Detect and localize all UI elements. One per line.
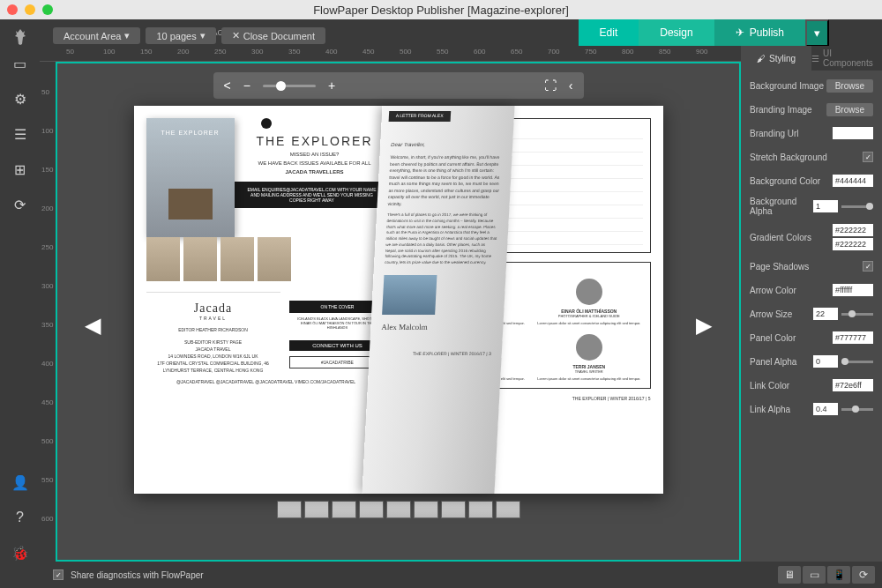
mobile-preview-icon[interactable]: 📱 [827, 566, 850, 584]
issue-thumb [220, 237, 254, 281]
gear-icon[interactable]: ⚙ [11, 90, 29, 108]
titlebar: FlowPaper Desktop Publisher [Magazine-ex… [0, 0, 882, 19]
publish-dropdown[interactable]: ▾ [805, 19, 829, 47]
editor-info: EDITOR HEATHER RICHARDSON [146, 326, 280, 333]
page-turn-overlay: A LETTER FROM ALEX Dear Traveller, Welco… [362, 106, 514, 494]
link-alpha-slider[interactable] [841, 408, 873, 411]
magazine-cover-thumb: THE EXPLORER [146, 118, 235, 237]
page-footer: THE EXPLORER | WINTER 2016/17 | 3 [379, 351, 490, 358]
issue-thumb [146, 237, 180, 281]
page-shadows-label: Page Shadows [750, 262, 809, 272]
close-document-button[interactable]: ✕ Close Document [221, 27, 325, 44]
topbar: CREATIVE LICENSE IMPORTED PAGES Account … [0, 19, 882, 46]
tab-styling[interactable]: 🖌 Styling [741, 46, 811, 71]
bg-color-input[interactable] [833, 175, 873, 187]
stretch-bg-label: Stretch Background [750, 153, 827, 162]
reload-icon[interactable]: ⟳ [11, 196, 29, 213]
share-icon[interactable]: < [224, 78, 231, 93]
grid-icon[interactable]: ⊞ [11, 160, 29, 178]
desktop-preview-icon[interactable]: 🖥 [778, 566, 801, 584]
link-alpha-input[interactable] [813, 403, 838, 415]
account-area-button[interactable]: Account Area ▾ [53, 27, 140, 44]
bg-alpha-input[interactable] [813, 200, 838, 212]
prev-page-icon[interactable]: ‹ [569, 78, 573, 93]
tablet-preview-icon[interactable]: ▭ [803, 566, 826, 584]
arrow-color-input[interactable] [833, 284, 873, 296]
letter-body: Welcome, in short, if you're anything li… [387, 154, 501, 207]
panel-color-input[interactable] [833, 331, 873, 344]
panel-alpha-slider[interactable] [841, 361, 873, 363]
branding-url-input[interactable] [833, 127, 873, 139]
browse-bg-image-button[interactable]: Browse [826, 79, 873, 93]
pages-button[interactable]: 10 pages ▾ [146, 27, 215, 44]
gradient-label: Gradient Colors [750, 233, 811, 242]
tab-design[interactable]: Design [639, 19, 714, 47]
device-mockup [382, 275, 437, 315]
diagnostics-checkbox[interactable]: ✓ [53, 569, 64, 580]
horizontal-ruler: 5010015020025030035040045050055060065070… [40, 46, 741, 62]
link-alpha-label: Link Alpha [750, 405, 790, 414]
page-thumb[interactable] [496, 501, 520, 518]
bottom-bar: ✓ Share diagnostics with FlowPaper 🖥 ▭ 📱… [0, 562, 882, 588]
gradient-1-input[interactable] [833, 224, 873, 236]
page-thumb[interactable] [277, 501, 302, 518]
branding-url-label: Branding Url [750, 129, 799, 138]
bug-icon[interactable]: 🐞 [11, 544, 29, 562]
page-thumb[interactable] [359, 501, 384, 518]
page-left: THE EXPLORER THE EXPLORER MISSED AN ISSU… [134, 106, 399, 494]
page-thumb[interactable] [386, 501, 411, 518]
styling-panel: 🖌 Styling ☰ UI Components Background Ima… [741, 46, 882, 562]
refresh-preview-icon[interactable]: ⟳ [852, 566, 875, 584]
letter-tab: A LETTER FROM ALEX [388, 111, 450, 122]
letter-greeting: Dear Traveller, [390, 141, 501, 149]
arrow-size-input[interactable] [813, 308, 838, 320]
left-sidebar: ▭ ⚙ ☰ ⊞ ⟳ 👤 ? 🐞 [0, 46, 40, 562]
vertical-ruler: 50100150200250300350400450500550600 [40, 62, 56, 562]
zoom-in-icon[interactable]: + [328, 78, 335, 93]
user-icon[interactable]: 👤 [11, 473, 29, 491]
page-thumbnails [277, 501, 520, 518]
page-shadows-checkbox[interactable]: ✓ [863, 261, 873, 272]
prev-spread-arrow[interactable]: ◀ [82, 312, 103, 339]
page-thumb[interactable] [414, 501, 438, 518]
branding-image-label: Branding Image [750, 105, 812, 115]
panel-color-label: Panel Color [750, 333, 796, 343]
stretch-bg-checkbox[interactable]: ✓ [863, 152, 873, 162]
page-thumb[interactable] [441, 501, 466, 518]
diagnostics-label: Share diagnostics with FlowPaper [71, 570, 204, 580]
viewer-toolbar: < − + ⛶ ‹ [213, 72, 584, 99]
issue-thumb [258, 237, 291, 281]
link-color-label: Link Color [750, 381, 789, 391]
page-thumb[interactable] [468, 501, 493, 518]
jacada-sub: TRAVEL [146, 316, 280, 321]
fullscreen-icon[interactable]: ⛶ [544, 78, 557, 93]
panel-alpha-label: Panel Alpha [750, 357, 796, 367]
next-spread-arrow[interactable]: ▶ [693, 312, 714, 339]
canvas: < − + ⛶ ‹ ◀ ▶ THE EXPLORER THE EXPLORER … [56, 62, 741, 562]
main-canvas-area: 5010015020025030035040045050055060065070… [40, 46, 741, 562]
bg-image-label: Background Image [750, 81, 824, 91]
tab-publish[interactable]: ✈ Publish [714, 19, 805, 47]
social-handles: @JACADATRAVEL @JACADATRAVEL @JACADATRAVE… [146, 379, 386, 384]
zoom-slider[interactable] [263, 85, 316, 87]
bg-alpha-label: Background Alpha [750, 197, 813, 216]
arrow-size-label: Arrow Size [750, 309, 792, 319]
page-thumb[interactable] [332, 501, 356, 518]
tab-edit[interactable]: Edit [579, 19, 639, 47]
page-thumb[interactable] [304, 501, 329, 518]
list-icon[interactable]: ☰ [11, 125, 29, 143]
link-color-input[interactable] [833, 379, 873, 391]
panel-alpha-input[interactable] [813, 355, 838, 368]
help-icon[interactable]: ? [11, 509, 29, 526]
contributor: TERRI JANSENTRAVEL WRITERLorem ipsum dol… [535, 334, 643, 381]
bg-alpha-slider[interactable] [841, 205, 873, 208]
zoom-out-icon[interactable]: − [243, 78, 250, 93]
issue-thumb [183, 237, 217, 281]
arrow-size-slider[interactable] [841, 313, 873, 316]
arrow-color-label: Arrow Color [750, 286, 796, 295]
contributor: EINAR ÓLI MATTHÍASSONPHOTOGRAPHER & ICEL… [535, 279, 643, 325]
browse-branding-button[interactable]: Browse [826, 103, 873, 116]
pages-icon[interactable]: ▭ [11, 55, 29, 72]
gradient-2-input[interactable] [833, 238, 873, 250]
tab-ui-components[interactable]: ☰ UI Components [811, 46, 882, 71]
